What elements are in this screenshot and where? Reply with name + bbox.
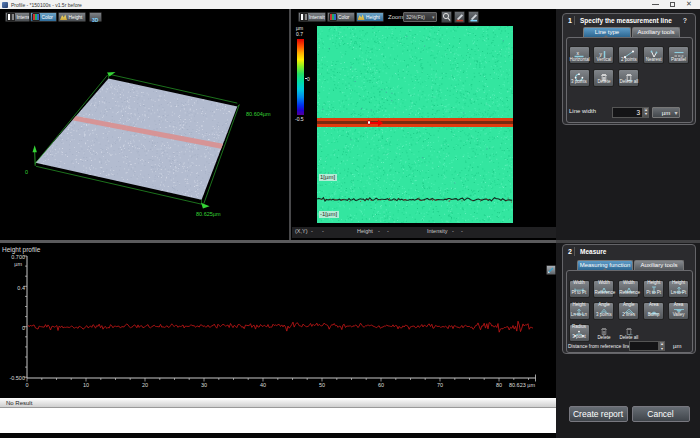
svg-text:30: 30: [201, 382, 207, 388]
svg-text:y: y: [599, 51, 602, 57]
svg-text:x: x: [577, 50, 580, 56]
svg-text:60: 60: [378, 382, 384, 388]
svg-text:0.700: 0.700: [11, 254, 25, 260]
svg-text:10: 10: [83, 382, 89, 388]
svg-text:40: 40: [260, 382, 266, 388]
svg-text:µm: µm: [14, 261, 22, 267]
svg-text:80.623 µm: 80.623 µm: [509, 382, 536, 388]
svg-text:-0.500: -0.500: [9, 375, 25, 381]
svg-text:0: 0: [22, 325, 25, 331]
svg-text:80.604µm: 80.604µm: [246, 111, 271, 117]
svg-text:50: 50: [319, 382, 325, 388]
svg-text:80: 80: [496, 382, 502, 388]
svg-text:70: 70: [437, 382, 443, 388]
svg-text:80.625µm: 80.625µm: [196, 211, 221, 217]
svg-text:0: 0: [25, 169, 28, 175]
svg-text:0: 0: [25, 382, 28, 388]
svg-text:20: 20: [142, 382, 148, 388]
svg-text:0.4: 0.4: [17, 285, 25, 291]
